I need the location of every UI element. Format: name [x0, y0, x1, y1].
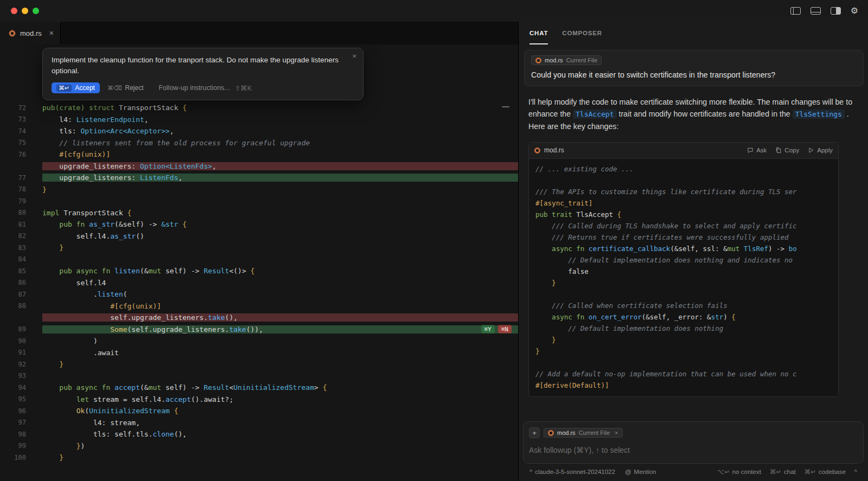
rust-file-icon	[548, 430, 554, 436]
composer-input-box[interactable]: + mod.rs Current File × Ask followup (⌘Y…	[523, 421, 864, 464]
code-line[interactable]: 84	[0, 254, 518, 266]
context-chip[interactable]: mod.rs Current File ×	[544, 428, 623, 438]
minimize-window-button[interactable]	[22, 8, 28, 14]
code-line[interactable]	[535, 288, 832, 300]
code-line[interactable]: 83 }	[0, 242, 518, 254]
code-line[interactable]: async fn certificate_callback(&self, ssl…	[535, 243, 832, 254]
tab-mod-rs[interactable]: mod.rs ×	[0, 22, 61, 44]
code-line[interactable]: pub trait TlsAccept {	[535, 209, 832, 220]
code-line[interactable]: 79	[0, 195, 518, 207]
mention-button[interactable]: @ Mention	[625, 469, 656, 475]
code-line[interactable]: 73 l4: ListenerEndpoint,	[0, 114, 518, 126]
code-line[interactable]: 86 self.l4	[0, 277, 518, 289]
code-line[interactable]: 82 self.l4.as_str()	[0, 230, 518, 242]
code-line[interactable]: 99 })	[0, 440, 518, 452]
code-token: }	[59, 453, 63, 461]
code-line[interactable]: /// Called when certificate selection fa…	[535, 300, 832, 311]
code-text: /// Returns true if certificates were su…	[535, 233, 832, 241]
code-line[interactable]: 100 }	[0, 452, 518, 464]
close-window-button[interactable]	[11, 8, 17, 14]
code-line[interactable]: /// Returns true if certificates were su…	[535, 232, 832, 243]
code-line[interactable]: 97 l4: stream,	[0, 417, 518, 429]
diff-accept-badge[interactable]: ⌘Y	[481, 325, 495, 334]
toggle-left-sidebar-icon[interactable]	[790, 7, 801, 15]
collapse-chevron-icon[interactable]: ^	[854, 469, 857, 475]
inline-diff-collapse-dash[interactable]	[502, 106, 509, 107]
code-line[interactable]: 94 pub async fn accept(&mut self) -> Res…	[0, 382, 518, 394]
model-selector[interactable]: ^ claude-3-5-sonnet-20241022	[529, 469, 615, 475]
code-token: )	[80, 442, 85, 450]
code-line[interactable]: false	[535, 266, 832, 277]
code-line[interactable]: #[derive(Default)]	[535, 380, 832, 391]
followup-instructions-input[interactable]: Follow-up instructions... ⇧⌘K	[158, 84, 252, 92]
code-token: ,	[144, 116, 149, 124]
copy-button[interactable]: Copy	[775, 147, 799, 153]
code-line[interactable]: // Add a default no-op implementation th…	[535, 368, 832, 380]
code-line[interactable]	[535, 357, 832, 368]
codebase-submit-button[interactable]: ⌘↵ codebase	[805, 468, 846, 476]
code-line[interactable]: 88 #[cfg(unix)]	[0, 300, 518, 312]
chat-submit-button[interactable]: ⌘↵ chat	[770, 468, 796, 476]
diff-added-line[interactable]: 89 Some(self.upgrade_listeners.take()),⌘…	[0, 324, 518, 336]
no-context-toggle[interactable]: ⌥↵ no context	[717, 468, 761, 476]
code-line[interactable]: 92 }	[0, 358, 518, 370]
apply-button[interactable]: Apply	[808, 147, 833, 153]
diff-removed-line[interactable]: self.upgrade_listeners.take(),	[0, 312, 518, 324]
diff-added-line[interactable]: 77 upgrade_listeners: ListenFds,	[0, 172, 518, 184]
tab-composer[interactable]: COMPOSER	[562, 30, 602, 44]
context-chip[interactable]: mod.rs Current File	[531, 55, 602, 65]
code-line[interactable]: 90 )	[0, 335, 518, 347]
toggle-bottom-panel-icon[interactable]	[810, 7, 821, 15]
code-token: TlsRef	[744, 245, 768, 253]
code-line[interactable]: 74 tls: Option<Arc<Acceptor>>,	[0, 125, 518, 137]
diff-removed-line[interactable]: upgrade_listeners: Option<ListenFds>,	[0, 161, 518, 172]
code-line[interactable]: // Default implementation does nothing	[535, 323, 832, 334]
chip-close-icon[interactable]: ×	[615, 429, 618, 436]
code-line[interactable]: 95 let stream = self.l4.accept().await?;	[0, 394, 518, 406]
code-token: UninitializedStream	[89, 407, 170, 415]
code-token: l4:	[42, 116, 76, 124]
code-line[interactable]	[535, 175, 832, 186]
editor-tabbar: mod.rs ×	[0, 22, 518, 44]
code-text: }	[535, 279, 832, 287]
code-line[interactable]: 85 pub async fn listen(&mut self) -> Res…	[0, 265, 518, 277]
code-line[interactable]: 76 #[cfg(unix)]	[0, 149, 518, 161]
diff-reject-badge[interactable]: ⌘N	[498, 325, 512, 334]
code-line[interactable]: 72pub(crate) struct TransportStack {	[0, 102, 518, 114]
tab-close-icon[interactable]: ×	[49, 29, 54, 37]
code-line[interactable]: 87 .listen(	[0, 288, 518, 300]
code-line[interactable]: async fn on_cert_error(&self, _error: &s…	[535, 311, 832, 323]
code-line[interactable]: 75 // listeners sent from the old proces…	[0, 137, 518, 149]
code-token: #[cfg(unix)]	[42, 302, 161, 310]
code-line[interactable]: /// The APIs to customize things like ce…	[535, 186, 832, 197]
code-token	[110, 267, 114, 275]
code-line[interactable]: 80impl TransportStack {	[0, 207, 518, 219]
code-line[interactable]: 93	[0, 370, 518, 382]
tab-chat[interactable]: CHAT	[529, 30, 548, 44]
code-line[interactable]: 91 .await	[0, 347, 518, 359]
toggle-right-sidebar-icon[interactable]	[831, 7, 841, 15]
code-line[interactable]: }	[535, 345, 832, 357]
editor-code-area[interactable]: 72pub(crate) struct TransportStack {73 l…	[0, 44, 518, 464]
accept-button[interactable]: ⌘↵ Accept	[52, 82, 100, 93]
code-text: /// The APIs to customize things like ce…	[535, 188, 832, 196]
settings-gear-icon[interactable]: ⚙	[851, 7, 858, 15]
add-context-button[interactable]: +	[529, 427, 540, 438]
code-line[interactable]: }	[535, 334, 832, 345]
prompt-close-icon[interactable]: ×	[352, 52, 356, 60]
code-token: ListenerEndpoint	[76, 116, 144, 124]
code-line[interactable]: 78}	[0, 184, 518, 196]
code-line[interactable]: /// Called during TLS handshake to selec…	[535, 220, 832, 232]
code-line[interactable]: }	[535, 277, 832, 288]
reject-button[interactable]: ⌘⌫ Reject	[107, 84, 144, 92]
code-line[interactable]: // ... existing code ...	[535, 163, 832, 175]
code-line[interactable]: 81 pub fn as_str(&self) -> &str {	[0, 219, 518, 230]
zoom-window-button[interactable]	[33, 8, 39, 14]
code-token: &str	[161, 220, 178, 228]
code-line[interactable]: 98 tls: self.tls.clone(),	[0, 428, 518, 440]
code-line[interactable]: // Default implementation does nothing a…	[535, 254, 832, 266]
ask-button[interactable]: Ask	[747, 147, 767, 153]
code-line[interactable]: #[async_trait]	[535, 197, 832, 209]
composer-statusbar: ^ claude-3-5-sonnet-20241022 @ Mention ⌥…	[523, 464, 864, 481]
code-line[interactable]: 96 Ok(UninitializedStream {	[0, 405, 518, 417]
